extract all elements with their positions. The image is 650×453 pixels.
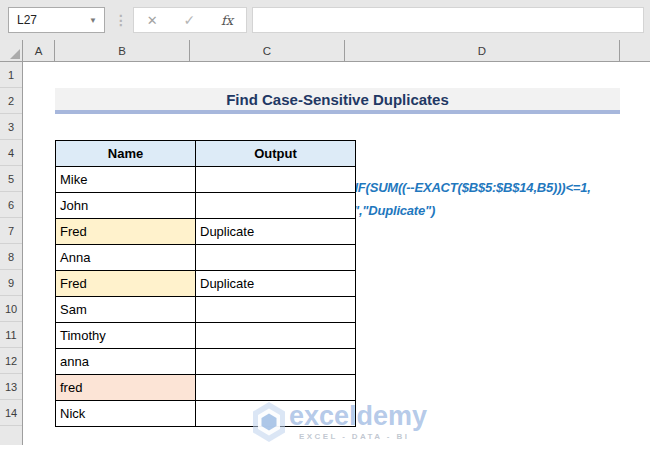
table-row: FredDuplicate — [56, 219, 356, 245]
table-row: Nick — [56, 401, 356, 427]
select-all-triangle-icon — [10, 49, 20, 59]
table-header-row: NameOutput — [56, 141, 356, 167]
row-header-8[interactable]: 8 — [0, 244, 22, 270]
row-header-4[interactable]: 4 — [0, 140, 22, 166]
table-row: Mike — [56, 167, 356, 193]
cell-output[interactable]: Duplicate — [196, 271, 356, 297]
cancel-icon[interactable]: ✕ — [147, 13, 158, 28]
cell-name[interactable]: Mike — [56, 167, 196, 193]
insert-function-icon[interactable]: fx — [221, 13, 233, 28]
row-headers: 1234567891011121314 — [0, 62, 23, 445]
cell-output[interactable] — [196, 375, 356, 401]
watermark-tagline: EXCEL - DATA - BI — [299, 432, 409, 441]
cell-name[interactable]: Anna — [56, 245, 196, 271]
row-header-10[interactable]: 10 — [0, 296, 22, 322]
cell-output[interactable] — [196, 297, 356, 323]
column-header-filler — [620, 40, 650, 61]
cell-output[interactable] — [196, 323, 356, 349]
cell-output[interactable] — [196, 401, 356, 427]
row-header-13[interactable]: 13 — [0, 374, 22, 400]
row-header-14[interactable]: 14 — [0, 400, 22, 426]
enter-icon[interactable]: ✓ — [184, 12, 196, 28]
cell-name[interactable]: Fred — [56, 271, 196, 297]
row-header-9[interactable]: 9 — [0, 270, 22, 296]
select-all-corner[interactable] — [0, 40, 23, 61]
cell-output[interactable] — [196, 167, 356, 193]
table-row: Anna — [56, 245, 356, 271]
table-header-output[interactable]: Output — [196, 141, 356, 167]
row-header-3[interactable]: 3 — [0, 114, 22, 140]
column-header-cells: ABCD — [23, 40, 650, 61]
cell-name[interactable]: Timothy — [56, 323, 196, 349]
formula-input[interactable] — [252, 7, 644, 33]
column-header-a[interactable]: A — [23, 40, 55, 61]
formula-bar-strip: L27 ▼ ⋮ ✕ ✓ fx — [0, 0, 650, 40]
row-header-2[interactable]: 2 — [0, 88, 22, 114]
column-headers: ABCD — [0, 40, 650, 62]
cell-name[interactable]: John — [56, 193, 196, 219]
cell-output[interactable] — [196, 349, 356, 375]
row-header-1[interactable]: 1 — [0, 62, 22, 88]
data-table: NameOutput MikeJohnFredDuplicateAnnaFred… — [55, 140, 356, 427]
table-row: Timothy — [56, 323, 356, 349]
title-banner[interactable]: Find Case-Sensitive Duplicates — [55, 88, 620, 114]
formula-bar-buttons: ✕ ✓ fx — [133, 7, 247, 33]
separator-dots-icon: ⋮ — [114, 9, 128, 31]
column-header-d[interactable]: D — [345, 40, 620, 61]
excel-window: L27 ▼ ⋮ ✕ ✓ fx ABCD 1234567891011121314 … — [0, 0, 650, 453]
name-box[interactable]: L27 ▼ — [8, 7, 105, 33]
cell-output[interactable] — [196, 245, 356, 271]
title-banner-text: Find Case-Sensitive Duplicates — [226, 91, 449, 108]
column-header-b[interactable]: B — [55, 40, 190, 61]
table-row: FredDuplicate — [56, 271, 356, 297]
cell-name[interactable]: Sam — [56, 297, 196, 323]
row-header-6[interactable]: 6 — [0, 192, 22, 218]
formula-annotation[interactable]: =IF(SUM((--EXACT($B$5:$B$14,B5)))<=1, ""… — [347, 176, 612, 222]
row-header-11[interactable]: 11 — [0, 322, 22, 348]
cell-output[interactable]: Duplicate — [196, 219, 356, 245]
cell-name[interactable]: anna — [56, 349, 196, 375]
cell-name[interactable]: Fred — [56, 219, 196, 245]
row-header-5[interactable]: 5 — [0, 166, 22, 192]
table-row: John — [56, 193, 356, 219]
chevron-down-icon[interactable]: ▼ — [89, 16, 104, 25]
table-row: anna — [56, 349, 356, 375]
table-row: Sam — [56, 297, 356, 323]
name-box-value[interactable]: L27 — [9, 13, 89, 27]
cell-output[interactable] — [196, 193, 356, 219]
formula-annotation-line2: "","Duplicate") — [347, 199, 612, 222]
column-header-c[interactable]: C — [190, 40, 345, 61]
row-header-7[interactable]: 7 — [0, 218, 22, 244]
cell-name[interactable]: Nick — [56, 401, 196, 427]
table-body: MikeJohnFredDuplicateAnnaFredDuplicateSa… — [56, 167, 356, 427]
table-row: fred — [56, 375, 356, 401]
row-header-12[interactable]: 12 — [0, 348, 22, 374]
cell-name[interactable]: fred — [56, 375, 196, 401]
table-header-name[interactable]: Name — [56, 141, 196, 167]
formula-annotation-line1: =IF(SUM((--EXACT($B$5:$B$14,B5)))<=1, — [347, 176, 612, 199]
